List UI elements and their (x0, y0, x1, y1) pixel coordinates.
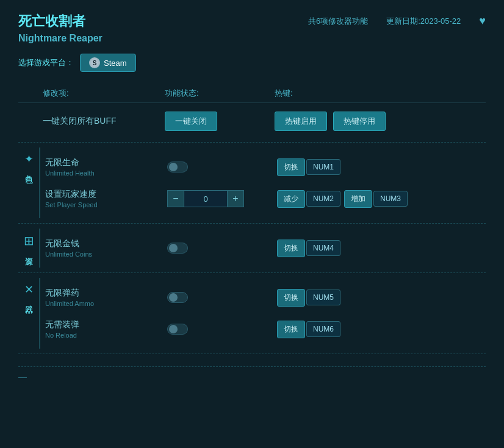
hotkey-key-speed-increase: NUM3 (373, 191, 408, 207)
col-status-label: 功能状态: (165, 88, 275, 99)
speed-input[interactable] (184, 190, 227, 207)
hotkey-btn-speed-increase[interactable]: 增加 (344, 190, 372, 208)
mod-name-en-coins: Unlimited Coins (45, 251, 167, 258)
hotkey-group-ammo: 切换 NUM5 (277, 289, 340, 307)
platform-row: 选择游戏平台： S Steam (18, 54, 486, 72)
hotkey-group-health: 切换 NUM1 (277, 158, 340, 176)
weapons-sidebar: ✕ 武器 (18, 278, 40, 349)
hotkey-group-speed-increase: 增加 NUM3 (344, 190, 408, 208)
hotkey-key-coins: NUM4 (306, 240, 340, 256)
resources-sidebar: ⊞ 资源 (18, 229, 40, 268)
mod-name-cn-speed: 设置玩家速度 (45, 189, 167, 200)
mod-name-en-ammo: Unlimited Ammo (45, 300, 167, 307)
game-title-cn: 死亡收割者 (18, 12, 308, 30)
hotkey-group-speed-decrease: 减少 NUM2 (277, 190, 340, 208)
hotkey-key-reload: NUM6 (306, 321, 340, 337)
app-container: 死亡收割者 Nightmare Reaper 共6项修改器功能 更新日期:202… (0, 0, 504, 448)
mod-name-cn-ammo: 无限弹药 (45, 288, 167, 299)
category-resources: ⊞ 资源 无限金钱 Unlimited Coins 切换 NUM4 (18, 229, 486, 268)
footer-bar: — (18, 372, 486, 382)
hotkey-key-ammo: NUM5 (306, 290, 340, 305)
platform-label: 选择游戏平台： (18, 57, 74, 68)
mod-name-en-reload: No Reload (45, 332, 167, 339)
category-weapons: ✕ 武器 无限弹药 Unlimited Ammo 切换 NUM5 (18, 278, 486, 349)
onekey-status-area: 一键关闭 (165, 112, 275, 131)
platform-button-label: Steam (104, 59, 127, 68)
column-headers: 修改项: 功能状态: 热键: (18, 84, 486, 103)
character-label: 角色 (23, 168, 34, 171)
mod-info-speed: 设置玩家速度 Set Player Speed (45, 189, 167, 208)
mod-name-cn-health: 无限生命 (45, 157, 167, 168)
mod-row-speed: 设置玩家速度 Set Player Speed − + 减少 NUM2 增加 N… (45, 183, 486, 215)
mod-row-health: 无限生命 Unlimited Health 切换 NUM1 (45, 151, 486, 183)
mod-name-en-health: Unlimited Health (45, 169, 167, 177)
hotkey-btn-speed-decrease[interactable]: 减少 (277, 190, 305, 208)
hotkey-enable-button[interactable]: 热键启用 (275, 112, 327, 131)
divider-4 (18, 354, 486, 354)
toggle-reload[interactable] (167, 324, 188, 335)
mod-name-cn-reload: 无需装弹 (45, 319, 167, 330)
hotkey-disable-button[interactable]: 热键停用 (333, 112, 386, 131)
weapons-label: 武器 (23, 299, 34, 301)
mod-info-health: 无限生命 Unlimited Health (45, 157, 167, 177)
mod-toggle-health (167, 162, 277, 172)
hotkey-btn-ammo[interactable]: 切换 (277, 289, 305, 307)
feature-count: 共6项修改器功能 (308, 16, 368, 27)
mod-hotkey-health: 切换 NUM1 (277, 158, 486, 176)
mod-info-reload: 无需装弹 No Reload (45, 319, 167, 339)
footer: — (18, 366, 486, 382)
onekey-hotkeys: 热键启用 热键停用 (275, 112, 386, 131)
speed-control: − + (167, 190, 277, 207)
mod-name-cn-coins: 无限金钱 (45, 238, 167, 249)
col-hotkey-label: 热键: (275, 88, 486, 99)
speed-decrease-btn[interactable]: − (167, 190, 184, 207)
onekey-close-button[interactable]: 一键关闭 (165, 112, 217, 131)
mod-row-reload: 无需装弹 No Reload 切换 NUM6 (45, 313, 486, 345)
game-title-en: Nightmare Reaper (18, 33, 308, 44)
platform-steam-button[interactable]: S Steam (80, 54, 136, 72)
character-icon: ✦ (24, 152, 34, 166)
hotkey-group-reload: 切换 NUM6 (277, 321, 340, 338)
toggle-coins-knob (169, 244, 178, 252)
toggle-reload-knob (169, 325, 178, 333)
mod-hotkey-coins: 切换 NUM4 (277, 240, 486, 257)
category-character: ✦ 角色 无限生命 Unlimited Health 切换 NUM1 (18, 148, 486, 218)
mod-hotkey-reload: 切换 NUM6 (277, 321, 486, 338)
toggle-health-knob (169, 163, 178, 171)
hotkey-key-speed-decrease: NUM2 (306, 191, 340, 207)
character-items: 无限生命 Unlimited Health 切换 NUM1 (45, 148, 486, 218)
mod-info-coins: 无限金钱 Unlimited Coins (45, 238, 167, 258)
onekey-label: 一键关闭所有BUFF (43, 116, 165, 127)
mod-name-en-speed: Set Player Speed (45, 201, 167, 208)
resources-label: 资源 (23, 251, 34, 253)
header-meta: 共6项修改器功能 更新日期:2023-05-22 ♥ (308, 12, 486, 27)
onekey-row: 一键关闭所有BUFF 一键关闭 热键启用 热键停用 (18, 105, 486, 137)
divider-2 (18, 223, 486, 224)
weapons-icon: ✕ (24, 283, 34, 296)
speed-hotkeys: 减少 NUM2 增加 NUM3 (277, 190, 486, 208)
speed-increase-btn[interactable]: + (227, 190, 244, 207)
update-date: 更新日期:2023-05-22 (386, 16, 461, 27)
header-left: 死亡收割者 Nightmare Reaper (18, 12, 308, 44)
toggle-ammo[interactable] (167, 292, 188, 303)
mod-toggle-ammo (167, 292, 277, 303)
weapons-items: 无限弹药 Unlimited Ammo 切换 NUM5 (45, 278, 486, 349)
toggle-health[interactable] (167, 162, 188, 172)
hotkey-key-health: NUM1 (306, 159, 340, 175)
steam-icon: S (89, 57, 100, 68)
footer-icon: — (18, 372, 27, 382)
mod-row-coins: 无限金钱 Unlimited Coins 切换 NUM4 (45, 232, 486, 264)
toggle-ammo-knob (169, 293, 178, 302)
heart-icon[interactable]: ♥ (479, 15, 486, 27)
hotkey-btn-coins[interactable]: 切换 (277, 240, 305, 257)
hotkey-btn-health[interactable]: 切换 (277, 158, 305, 176)
resources-icon: ⊞ (24, 233, 34, 248)
toggle-coins[interactable] (167, 243, 188, 254)
hotkey-btn-reload[interactable]: 切换 (277, 321, 305, 338)
mod-info-ammo: 无限弹药 Unlimited Ammo (45, 288, 167, 307)
character-sidebar: ✦ 角色 (18, 148, 40, 218)
mod-hotkey-ammo: 切换 NUM5 (277, 289, 486, 307)
hotkey-group-coins: 切换 NUM4 (277, 240, 340, 257)
header: 死亡收割者 Nightmare Reaper 共6项修改器功能 更新日期:202… (18, 12, 486, 44)
resources-items: 无限金钱 Unlimited Coins 切换 NUM4 (45, 229, 486, 268)
